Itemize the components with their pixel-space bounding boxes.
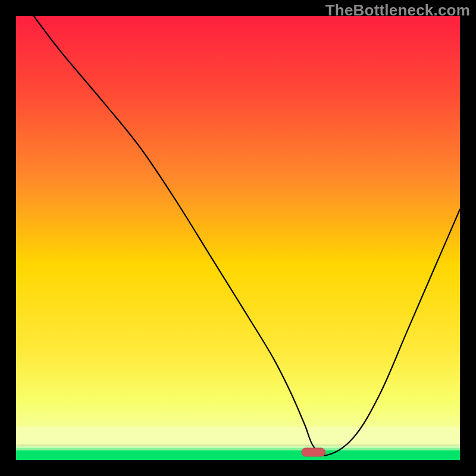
green-band (16, 450, 460, 460)
chart-svg (16, 16, 460, 460)
chart-area (16, 16, 460, 460)
transition-stripe-2 (16, 448, 460, 450)
optimum-marker (302, 448, 325, 456)
transition-stripe-1 (16, 446, 460, 448)
gradient-background (16, 16, 460, 444)
